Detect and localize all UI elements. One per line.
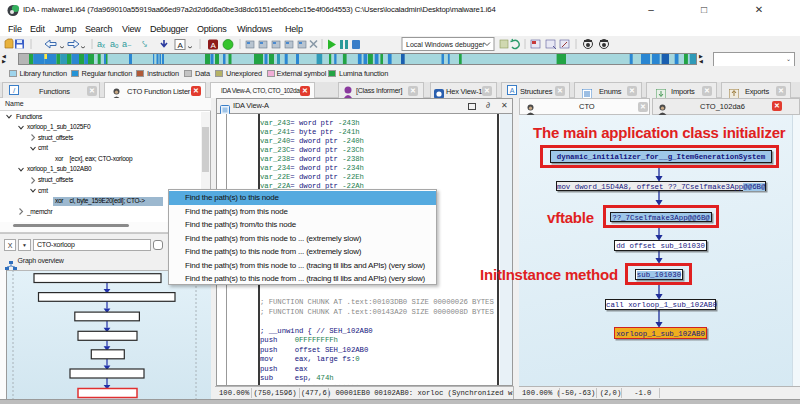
svg-text:aₓ: aₓ [97,39,105,49]
svg-text:A: A [178,41,184,50]
svg-text:A: A [211,41,217,50]
svg-text:aₒ: aₒ [110,39,119,49]
svg-text:Local Windows debugger: Local Windows debugger [406,41,485,49]
svg-text:a₋: a₋ [122,39,132,49]
svg-text:⤥: ⤥ [142,39,147,49]
